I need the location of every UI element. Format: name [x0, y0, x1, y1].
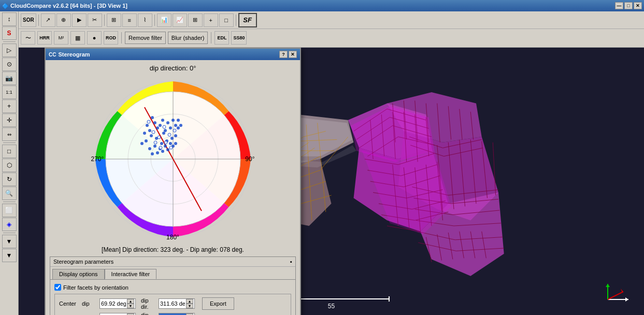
svg-point-22	[161, 119, 164, 122]
toolbar-row2: 〜 HRR M² ▦ ● ROD Remove filter Blur (sha…	[19, 29, 644, 47]
filter-checkbox-row: Filter facets by orientation	[54, 284, 291, 291]
filter-checkbox[interactable]	[54, 284, 61, 291]
sep1	[3, 41, 16, 42]
svg-point-31	[171, 119, 175, 122]
svg-point-37	[164, 145, 167, 148]
stats-btn[interactable]: 📊	[157, 13, 171, 27]
dialog-body: dip direction: 0°	[46, 60, 300, 315]
center-dip-input[interactable]: ▲ ▼	[99, 298, 136, 309]
toolbar-hex-btn[interactable]: ⬡	[2, 159, 17, 172]
center-dip-down[interactable]: ▼	[127, 304, 134, 308]
center-dipdir-up[interactable]: ▲	[186, 299, 193, 304]
span-dipdir-label: dip dir.	[141, 312, 156, 315]
sep3	[3, 202, 16, 202]
center-dipdir-input[interactable]: ▲ ▼	[159, 298, 195, 309]
sf-btn[interactable]: SF	[238, 13, 257, 27]
svg-point-18	[153, 121, 156, 124]
dots-btn[interactable]: ⌇	[138, 13, 152, 27]
tab-interactive-filter[interactable]: Interactive filter	[105, 269, 157, 279]
svg-point-26	[145, 139, 148, 142]
tb-sep6	[211, 32, 211, 44]
svg-point-53	[152, 131, 155, 134]
toolbar-s-btn[interactable]: S	[2, 26, 17, 40]
params-collapse-icon[interactable]: ▪	[290, 259, 292, 265]
span-row: Span dip ▲ ▼	[59, 312, 287, 315]
add-btn[interactable]: +	[204, 13, 218, 27]
svg-point-42	[151, 152, 154, 155]
center-dipdir-arrows: ▲ ▼	[186, 299, 193, 308]
svg-point-61	[169, 146, 173, 149]
arrow-up-right-btn[interactable]: ↗	[41, 13, 55, 27]
toolbar-arrows-btn[interactable]: ⇔	[2, 127, 17, 141]
toolbar-plus-btn[interactable]: +	[2, 99, 17, 113]
svg-point-57	[173, 129, 176, 132]
play-btn[interactable]: ▶	[72, 13, 87, 27]
title-bar-buttons: — □ ✕	[615, 2, 642, 9]
chart-btn[interactable]: 📈	[173, 13, 187, 27]
blur-shader-btn[interactable]: Blur (shader)	[168, 32, 208, 44]
toolbar-diamond-btn[interactable]: ◈	[2, 218, 17, 231]
tab-display-options[interactable]: Display options	[52, 269, 105, 279]
center-dipdir-value[interactable]	[159, 299, 186, 308]
toolbar-crosshair-btn[interactable]: ✛	[2, 113, 17, 127]
toolbar-square-btn[interactable]: □	[2, 145, 17, 158]
toolbar-arrow-btn[interactable]: ↕	[2, 12, 17, 26]
edl-btn[interactable]: EDL	[214, 31, 229, 45]
svg-point-59	[159, 146, 162, 149]
maximize-button[interactable]: □	[624, 2, 633, 9]
rod-btn[interactable]: ROD	[104, 31, 118, 45]
toolbar-11-btn[interactable]: 1:1	[2, 85, 17, 99]
toolbar-down1-btn[interactable]: ▼	[2, 235, 17, 248]
export-button[interactable]: Export	[202, 297, 234, 310]
svg-point-30	[169, 126, 172, 130]
dialog-close-btn[interactable]: ✕	[289, 51, 297, 58]
tb-sep3	[154, 15, 155, 26]
remove-filter-btn[interactable]: Remove filter	[125, 32, 166, 44]
svg-point-40	[177, 119, 180, 122]
span-dipdir-input[interactable]: ▲ ▼	[159, 313, 195, 315]
tab-content: Filter facets by orientation Center dip	[50, 279, 295, 315]
grid2-btn[interactable]: ▦	[70, 31, 85, 45]
wave-btn[interactable]: 〜	[21, 31, 35, 45]
plus-circle-btn[interactable]: ⊕	[56, 13, 71, 27]
dip-direction-label: dip direction: 0°	[150, 64, 196, 72]
toolbar-down2-btn[interactable]: ▼	[2, 249, 17, 262]
lines-btn[interactable]: ≡	[122, 13, 137, 27]
sor-btn[interactable]: SOR	[21, 13, 36, 27]
svg-point-52	[147, 120, 150, 123]
dialog-title-buttons: ? ✕	[279, 51, 297, 58]
toolbar-rotate-btn[interactable]: ↻	[2, 173, 17, 186]
toolbar-box-btn[interactable]: ⬜	[2, 204, 17, 217]
svg-point-38	[169, 142, 172, 145]
svg-point-19	[148, 129, 151, 132]
circle-btn[interactable]: ●	[87, 31, 102, 45]
stereo-svg	[90, 76, 256, 242]
table-btn[interactable]: ⊞	[188, 13, 203, 27]
svg-point-47	[177, 126, 180, 130]
toolbar-zoom-btn[interactable]: 🔍	[2, 187, 17, 200]
params-title: Stereogram parameters ▪	[50, 257, 295, 267]
dialog-help-btn[interactable]: ?	[279, 51, 288, 58]
center-dip-value[interactable]	[100, 299, 127, 308]
rect-btn[interactable]: □	[219, 13, 234, 27]
ss80-btn[interactable]: SS80	[231, 31, 247, 45]
scissors-btn[interactable]: ✂	[88, 13, 102, 27]
span-dip-input[interactable]: ▲ ▼	[99, 313, 136, 315]
center-dip-up[interactable]: ▲	[127, 299, 134, 304]
3d-view-area[interactable]: 55 CC Ste	[19, 48, 644, 315]
toolbar-play-btn[interactable]: ▷	[2, 44, 17, 57]
close-button[interactable]: ✕	[634, 2, 642, 9]
grid-btn[interactable]: ⊞	[107, 13, 121, 27]
svg-point-54	[158, 136, 161, 139]
toolbar-circle-btn[interactable]: ⊙	[2, 58, 17, 71]
hrr-btn[interactable]: HRR	[37, 31, 52, 45]
minimize-button[interactable]: —	[615, 2, 623, 9]
tb-sep5	[121, 32, 122, 44]
axes-indicator	[603, 279, 634, 305]
svg-point-28	[166, 121, 169, 124]
toolbar-camera-btn[interactable]: 📷	[2, 71, 17, 85]
m2-btn[interactable]: M²	[54, 31, 68, 45]
center-dipdir-down[interactable]: ▼	[186, 304, 193, 308]
tb-sep4	[236, 15, 236, 26]
svg-point-41	[148, 147, 151, 150]
